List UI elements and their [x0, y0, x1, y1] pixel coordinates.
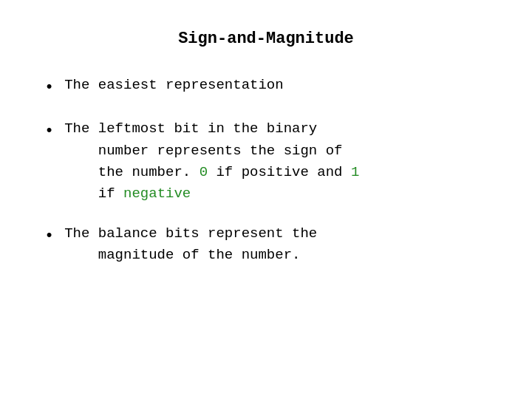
zero-highlight: 0: [200, 164, 208, 180]
bullet-text-1: The easiest representation: [64, 75, 283, 96]
bullet-dot: •: [44, 224, 54, 249]
bullet-text-3: The balance bits represent the magnitude…: [64, 223, 317, 267]
bullet-dot: •: [44, 75, 54, 100]
bullet-text-2: The leftmost bit in the binary number re…: [64, 118, 359, 205]
one-highlight: 1: [351, 164, 359, 180]
slide-title: Sign-and-Magnitude: [44, 30, 488, 48]
list-item: • The balance bits represent the magnitu…: [44, 223, 488, 267]
bullet-list: • The easiest representation • The leftm…: [44, 75, 488, 284]
negative-highlight: negative: [123, 185, 191, 202]
list-item: • The leftmost bit in the binary number …: [44, 118, 488, 205]
list-item: • The easiest representation: [44, 75, 488, 100]
bullet-dot: •: [44, 119, 54, 144]
